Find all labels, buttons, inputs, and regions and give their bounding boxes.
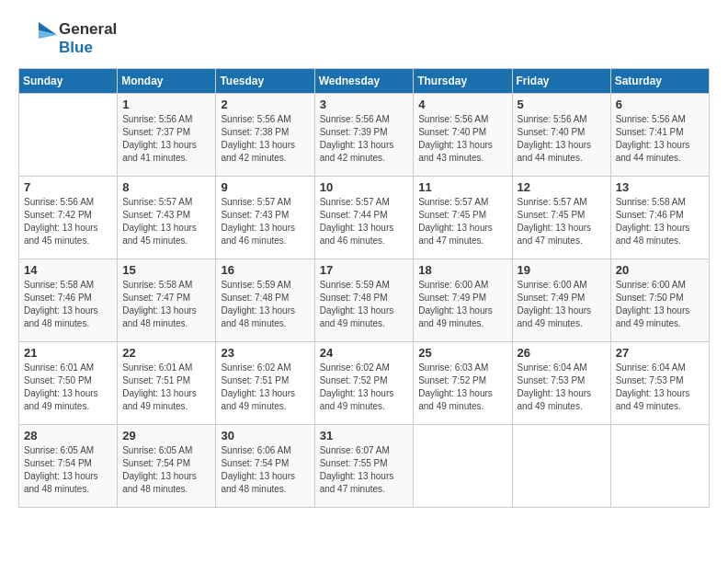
calendar-cell: 13 Sunrise: 5:58 AMSunset: 7:46 PMDaylig… <box>610 177 709 259</box>
calendar-cell: 9 Sunrise: 5:57 AMSunset: 7:43 PMDayligh… <box>216 177 314 259</box>
day-number: 22 <box>122 346 210 360</box>
calendar-cell: 21 Sunrise: 6:01 AMSunset: 7:50 PMDaylig… <box>19 342 118 425</box>
calendar-cell: 23 Sunrise: 6:02 AMSunset: 7:51 PMDaylig… <box>216 342 314 425</box>
calendar-header-row: SundayMondayTuesdayWednesdayThursdayFrid… <box>19 69 710 94</box>
logo-shape-icon <box>18 18 59 59</box>
calendar-cell: 31 Sunrise: 6:07 AMSunset: 7:55 PMDaylig… <box>314 425 414 508</box>
day-number: 31 <box>320 429 409 442</box>
day-number: 4 <box>418 98 506 111</box>
day-info: Sunrise: 5:56 AMSunset: 7:42 PMDaylight:… <box>24 196 112 247</box>
day-info: Sunrise: 5:57 AMSunset: 7:43 PMDaylight:… <box>221 196 309 247</box>
calendar-cell: 4 Sunrise: 5:56 AMSunset: 7:40 PMDayligh… <box>414 94 512 177</box>
day-number: 26 <box>518 346 606 360</box>
day-number: 11 <box>418 180 506 194</box>
day-info: Sunrise: 6:00 AMSunset: 7:49 PMDaylight:… <box>418 279 506 330</box>
day-info: Sunrise: 5:57 AMSunset: 7:44 PMDaylight:… <box>320 196 409 247</box>
day-info: Sunrise: 5:59 AMSunset: 7:48 PMDaylight:… <box>320 279 409 330</box>
calendar-cell: 6 Sunrise: 5:56 AMSunset: 7:41 PMDayligh… <box>610 94 709 177</box>
day-number: 23 <box>221 346 309 360</box>
weekday-header-friday: Friday <box>512 69 610 94</box>
day-info: Sunrise: 6:04 AMSunset: 7:53 PMDaylight:… <box>616 362 704 413</box>
calendar-week-row: 14 Sunrise: 5:58 AMSunset: 7:46 PMDaylig… <box>19 259 710 342</box>
day-info: Sunrise: 6:04 AMSunset: 7:53 PMDaylight:… <box>518 362 606 413</box>
calendar-cell: 29 Sunrise: 6:05 AMSunset: 7:54 PMDaylig… <box>118 425 216 508</box>
day-number: 27 <box>616 346 704 360</box>
day-number: 29 <box>122 429 210 442</box>
day-number: 3 <box>320 98 409 111</box>
calendar-cell: 12 Sunrise: 5:57 AMSunset: 7:45 PMDaylig… <box>512 177 610 259</box>
weekday-header-thursday: Thursday <box>414 69 512 94</box>
calendar-cell: 24 Sunrise: 6:02 AMSunset: 7:52 PMDaylig… <box>314 342 414 425</box>
calendar-week-row: 28 Sunrise: 6:05 AMSunset: 7:54 PMDaylig… <box>19 425 710 508</box>
calendar-cell: 20 Sunrise: 6:00 AMSunset: 7:50 PMDaylig… <box>610 259 709 342</box>
day-info: Sunrise: 5:57 AMSunset: 7:45 PMDaylight:… <box>418 196 506 247</box>
calendar-cell: 17 Sunrise: 5:59 AMSunset: 7:48 PMDaylig… <box>314 259 414 342</box>
weekday-header-saturday: Saturday <box>610 69 709 94</box>
logo: General Blue <box>18 18 117 59</box>
page-header: General Blue <box>18 18 710 59</box>
day-number: 12 <box>518 180 606 194</box>
calendar-cell: 10 Sunrise: 5:57 AMSunset: 7:44 PMDaylig… <box>314 177 414 259</box>
day-info: Sunrise: 5:56 AMSunset: 7:41 PMDaylight:… <box>616 113 704 165</box>
day-info: Sunrise: 6:05 AMSunset: 7:54 PMDaylight:… <box>122 444 210 496</box>
day-number: 1 <box>122 98 210 111</box>
calendar-cell: 7 Sunrise: 5:56 AMSunset: 7:42 PMDayligh… <box>19 177 118 259</box>
calendar-cell: 15 Sunrise: 5:58 AMSunset: 7:47 PMDaylig… <box>118 259 216 342</box>
calendar-cell: 30 Sunrise: 6:06 AMSunset: 7:54 PMDaylig… <box>216 425 314 508</box>
day-info: Sunrise: 6:07 AMSunset: 7:55 PMDaylight:… <box>320 444 409 496</box>
day-info: Sunrise: 6:03 AMSunset: 7:52 PMDaylight:… <box>418 362 506 413</box>
day-info: Sunrise: 6:02 AMSunset: 7:51 PMDaylight:… <box>221 362 309 413</box>
calendar-cell <box>414 425 512 508</box>
calendar-cell: 25 Sunrise: 6:03 AMSunset: 7:52 PMDaylig… <box>414 342 512 425</box>
calendar-cell: 27 Sunrise: 6:04 AMSunset: 7:53 PMDaylig… <box>610 342 709 425</box>
day-number: 17 <box>320 263 409 277</box>
weekday-header-wednesday: Wednesday <box>314 69 414 94</box>
calendar-cell: 26 Sunrise: 6:04 AMSunset: 7:53 PMDaylig… <box>512 342 610 425</box>
calendar-week-row: 7 Sunrise: 5:56 AMSunset: 7:42 PMDayligh… <box>19 177 710 259</box>
calendar-cell: 8 Sunrise: 5:57 AMSunset: 7:43 PMDayligh… <box>118 177 216 259</box>
day-number: 13 <box>616 180 704 194</box>
day-info: Sunrise: 6:00 AMSunset: 7:49 PMDaylight:… <box>518 279 606 330</box>
logo-general: General <box>59 20 117 39</box>
day-info: Sunrise: 5:56 AMSunset: 7:38 PMDaylight:… <box>221 113 309 165</box>
calendar-cell: 2 Sunrise: 5:56 AMSunset: 7:38 PMDayligh… <box>216 94 314 177</box>
day-number: 28 <box>24 429 112 442</box>
day-info: Sunrise: 5:57 AMSunset: 7:43 PMDaylight:… <box>122 196 210 247</box>
day-info: Sunrise: 6:06 AMSunset: 7:54 PMDaylight:… <box>221 444 309 496</box>
day-number: 20 <box>616 263 704 277</box>
day-info: Sunrise: 5:58 AMSunset: 7:47 PMDaylight:… <box>122 279 210 330</box>
day-number: 18 <box>418 263 506 277</box>
day-number: 30 <box>221 429 309 442</box>
day-number: 14 <box>24 263 112 277</box>
day-info: Sunrise: 6:00 AMSunset: 7:50 PMDaylight:… <box>616 279 704 330</box>
weekday-header-sunday: Sunday <box>19 69 118 94</box>
calendar-cell: 19 Sunrise: 6:00 AMSunset: 7:49 PMDaylig… <box>512 259 610 342</box>
calendar-cell <box>512 425 610 508</box>
day-info: Sunrise: 5:56 AMSunset: 7:37 PMDaylight:… <box>122 113 210 165</box>
calendar-cell: 3 Sunrise: 5:56 AMSunset: 7:39 PMDayligh… <box>314 94 414 177</box>
calendar-cell: 16 Sunrise: 5:59 AMSunset: 7:48 PMDaylig… <box>216 259 314 342</box>
weekday-header-tuesday: Tuesday <box>216 69 314 94</box>
day-info: Sunrise: 5:58 AMSunset: 7:46 PMDaylight:… <box>616 196 704 247</box>
day-number: 19 <box>518 263 606 277</box>
calendar-cell <box>610 425 709 508</box>
day-number: 10 <box>320 180 409 194</box>
day-number: 6 <box>616 98 704 111</box>
calendar-cell: 18 Sunrise: 6:00 AMSunset: 7:49 PMDaylig… <box>414 259 512 342</box>
day-number: 9 <box>221 180 309 194</box>
logo-blue: Blue <box>59 39 117 57</box>
day-number: 5 <box>518 98 606 111</box>
calendar-cell: 11 Sunrise: 5:57 AMSunset: 7:45 PMDaylig… <box>414 177 512 259</box>
weekday-header-monday: Monday <box>118 69 216 94</box>
calendar-table: SundayMondayTuesdayWednesdayThursdayFrid… <box>18 68 710 508</box>
day-number: 16 <box>221 263 309 277</box>
day-info: Sunrise: 5:59 AMSunset: 7:48 PMDaylight:… <box>221 279 309 330</box>
day-info: Sunrise: 6:02 AMSunset: 7:52 PMDaylight:… <box>320 362 409 413</box>
calendar-cell: 22 Sunrise: 6:01 AMSunset: 7:51 PMDaylig… <box>118 342 216 425</box>
day-info: Sunrise: 5:57 AMSunset: 7:45 PMDaylight:… <box>518 196 606 247</box>
day-number: 21 <box>24 346 112 360</box>
calendar-week-row: 21 Sunrise: 6:01 AMSunset: 7:50 PMDaylig… <box>19 342 710 425</box>
day-info: Sunrise: 5:56 AMSunset: 7:40 PMDaylight:… <box>518 113 606 165</box>
day-number: 8 <box>122 180 210 194</box>
day-info: Sunrise: 5:56 AMSunset: 7:40 PMDaylight:… <box>418 113 506 165</box>
